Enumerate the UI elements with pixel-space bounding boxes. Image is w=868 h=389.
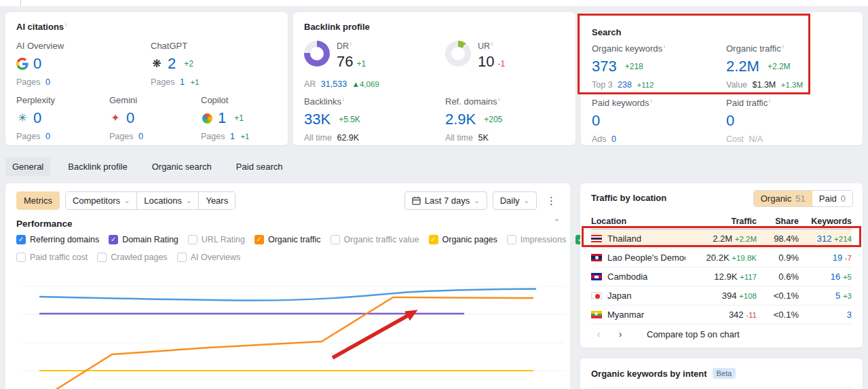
dr-donut (304, 41, 330, 67)
col-share[interactable]: Share (757, 217, 799, 226)
metrics-button[interactable]: Metrics (16, 191, 60, 210)
ur-value: 10 (478, 53, 494, 70)
tab-general[interactable]: General (5, 158, 50, 176)
years-button[interactable]: Years (198, 192, 235, 209)
info-icon: i (343, 96, 344, 103)
checkbox-icon: ✓ (109, 235, 118, 244)
ref-domains-count[interactable]: 2.9K (445, 112, 476, 127)
metric-checkbox-row-1: ✓Referring domains ✓Domain Rating URL Ra… (16, 235, 629, 244)
japan-flag-icon (591, 292, 602, 299)
tab-paid-search[interactable]: Paid search (229, 158, 290, 176)
info-icon: i (769, 98, 770, 104)
collapse-chevron-icon[interactable]: ⌃ (553, 217, 561, 227)
keywords-link[interactable]: 16 (831, 272, 840, 282)
checkbox-ai-overviews[interactable]: AI Overviews (177, 253, 241, 262)
keywords-link[interactable]: 312 (817, 234, 832, 244)
pages-count[interactable]: 0 (45, 77, 50, 87)
checkbox-organic-traffic-value[interactable]: Organic traffic value (331, 235, 419, 244)
checkbox-referring-domains[interactable]: ✓Referring domains (16, 235, 99, 244)
table-row-myanmar[interactable]: Myanmar 342 -11 <0.1% 3 (591, 305, 852, 325)
keywords-link[interactable]: 19 (833, 253, 842, 263)
chatgpt-count[interactable]: 2 (168, 56, 176, 71)
pages-count[interactable]: 1 (230, 132, 235, 141)
paid-keywords-count[interactable]: 0 (592, 113, 600, 128)
stat-gemini: Gemini ✦0 Pages 0 (109, 95, 201, 141)
dr-value: 76 (337, 53, 353, 70)
table-row-laos[interactable]: Lao People's Democratic Repub 20.2K +19.… (591, 248, 852, 267)
chevron-down-icon: ⌄ (474, 198, 479, 204)
laos-flag-icon (591, 254, 602, 261)
col-keywords[interactable]: Keywords (799, 217, 852, 226)
table-row-cambodia[interactable]: Cambodia 12.9K +117 0.6% 16 +5 (591, 267, 852, 286)
checkbox-impressions[interactable]: Impressions (507, 235, 566, 244)
info-icon: i (65, 22, 67, 28)
checkbox-icon: ✓ (429, 235, 438, 244)
table-row-thailand[interactable]: Thailand 2.2M +2.2M 98.4% 312 +214 (591, 229, 852, 248)
table-row-japan[interactable]: Japan 394 +108 <0.1% 5 +3 (591, 286, 852, 305)
checkbox-organic-traffic[interactable]: ✓Organic traffic (254, 235, 321, 244)
keywords-link[interactable]: 5 (835, 291, 840, 301)
stat-paid-keywords: Paid keywordsi 0 Ads 0 (592, 98, 652, 144)
top3-count[interactable]: 238 (618, 80, 632, 90)
col-location[interactable]: Location (591, 217, 685, 226)
chart-toolbar-left: Metrics Competitors⌄ Locations⌄ Years (16, 191, 235, 210)
info-icon: i (499, 96, 500, 103)
filter-group: Competitors⌄ Locations⌄ Years (65, 191, 235, 210)
kebab-menu-icon[interactable]: ⋮ (542, 192, 561, 210)
chevron-down-icon: ⌄ (186, 198, 191, 204)
organic-traffic-count[interactable]: 2.2M (726, 59, 759, 74)
prev-page-icon[interactable]: ‹ (591, 329, 606, 339)
info-icon: i (651, 98, 652, 104)
ar-value[interactable]: 31,533 (321, 79, 347, 89)
toggle-organic[interactable]: Organic51 (754, 191, 812, 206)
chevron-down-icon: ⌄ (124, 198, 130, 204)
divider (591, 387, 852, 388)
pages-count[interactable]: 0 (138, 132, 143, 141)
tab-backlink-profile[interactable]: Backlink profile (61, 158, 134, 176)
chevron-down-icon: ⌄ (524, 198, 529, 204)
granularity-dropdown[interactable]: Daily⌄ (493, 191, 537, 210)
stat-ref-domains: Ref. domainsi 2.9K+205 All time 5K (445, 96, 502, 143)
keywords-by-intent-title: Organic keywords by intent (591, 369, 707, 379)
stat-organic-traffic: Organic traffici 2.2M+2.2M Value $1.3M +… (726, 43, 803, 90)
beta-badge: Beta (713, 368, 736, 379)
top-strip (0, 0, 868, 6)
calendar-icon (412, 196, 421, 205)
paid-traffic-count[interactable]: 0 (726, 113, 734, 128)
tab-organic-search[interactable]: Organic search (145, 158, 219, 176)
chart-toolbar-right: Last 7 days⌄ Daily⌄ ⋮ (404, 191, 561, 210)
checkbox-organic-pages[interactable]: ✓Organic pages (429, 235, 497, 244)
pages-count[interactable]: 0 (45, 132, 50, 141)
keywords-by-intent-panel: Organic keywords by intent Beta (580, 358, 863, 389)
checkbox-crawled-pages[interactable]: Crawled pages (97, 253, 167, 262)
table-header: Location Traffic Share Keywords (591, 213, 852, 229)
checkbox-url-rating[interactable]: URL Rating (188, 235, 245, 244)
backlinks-count[interactable]: 33K (304, 112, 331, 127)
organic-keywords-count[interactable]: 373 (592, 59, 617, 74)
copilot-count[interactable]: 1 (218, 111, 226, 126)
checkbox-paid-traffic-cost[interactable]: Paid traffic cost (16, 253, 88, 262)
section-tabs: General Backlink profile Organic search … (5, 158, 290, 176)
perplexity-count[interactable]: 0 (33, 111, 41, 126)
ads-count[interactable]: 0 (611, 134, 616, 144)
metric-checkbox-row-2: Paid traffic cost Crawled pages AI Overv… (16, 253, 240, 262)
traffic-by-location-title: Traffic by location (591, 193, 666, 203)
locations-dropdown[interactable]: Locations⌄ (136, 192, 198, 209)
competitors-dropdown[interactable]: Competitors⌄ (66, 192, 136, 209)
compare-top5-link[interactable]: Compare top 5 on chart (647, 329, 740, 339)
keywords-link[interactable]: 3 (847, 310, 852, 320)
table-footer: ‹ › Compare top 5 on chart (591, 329, 740, 339)
stat-copilot: Copilot 1+1 Pages 1 +1 (201, 95, 293, 141)
checkbox-domain-rating[interactable]: ✓Domain Rating (109, 235, 178, 244)
backlink-profile-title: Backlink profile (304, 22, 370, 32)
toggle-paid[interactable]: Paid0 (812, 191, 852, 206)
stat-backlinks: Backlinksi 33K+5.5K All time 62.9K (304, 96, 360, 143)
checkbox-icon: ✓ (16, 235, 26, 244)
next-page-icon[interactable]: › (613, 329, 628, 339)
gemini-count[interactable]: 0 (126, 111, 134, 126)
ai-overview-count[interactable]: 0 (33, 56, 41, 71)
pages-count[interactable]: 1 (180, 77, 185, 87)
col-traffic[interactable]: Traffic (685, 217, 757, 226)
date-range-dropdown[interactable]: Last 7 days⌄ (404, 191, 487, 210)
location-table: Location Traffic Share Keywords Thailand… (591, 213, 852, 325)
